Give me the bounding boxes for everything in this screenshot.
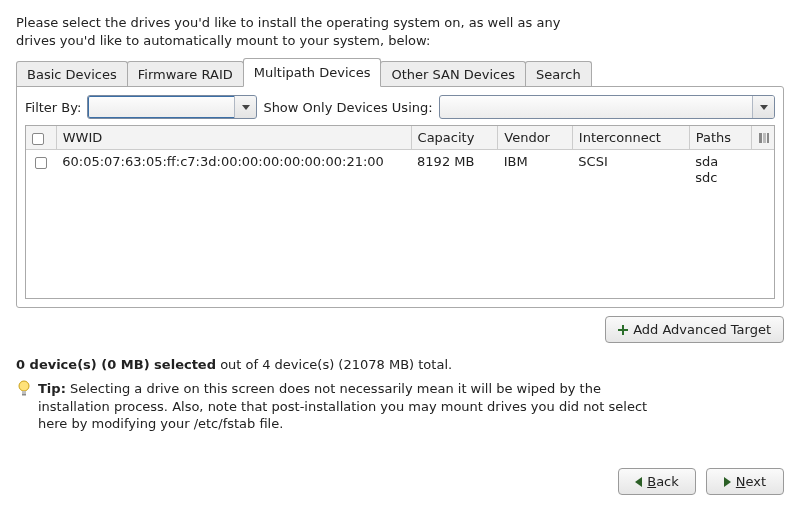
tab-label: Basic Devices bbox=[27, 67, 117, 82]
col-label: Interconnect bbox=[579, 130, 661, 145]
back-button[interactable]: Back bbox=[618, 468, 696, 495]
path-entry: sdc bbox=[695, 170, 717, 185]
lightbulb-icon bbox=[16, 380, 32, 402]
show-only-value[interactable] bbox=[440, 96, 752, 118]
table-actions: Add Advanced Target bbox=[16, 316, 784, 343]
status-bold: 0 device(s) (0 MB) selected bbox=[16, 357, 216, 372]
svg-rect-2 bbox=[767, 133, 769, 143]
cell-capacity: 8192 MB bbox=[411, 150, 498, 191]
cell-interconnect: SCSI bbox=[572, 150, 689, 191]
intro-line-2: drives you'd like to automatically mount… bbox=[16, 33, 430, 48]
col-label: Capacity bbox=[418, 130, 475, 145]
show-only-combo[interactable] bbox=[439, 95, 775, 119]
button-label: Back bbox=[647, 474, 679, 489]
header-vendor[interactable]: Vendor bbox=[498, 126, 573, 150]
device-table: WWID Capacity Vendor Interconnect Paths bbox=[25, 125, 775, 299]
col-label: Paths bbox=[696, 130, 731, 145]
filter-row: Filter By: Show Only Devices Using: bbox=[25, 95, 775, 119]
arrow-left-icon bbox=[635, 477, 642, 487]
arrow-right-icon bbox=[724, 477, 731, 487]
header-configure-columns[interactable] bbox=[752, 126, 774, 150]
path-entry: sda bbox=[695, 154, 718, 169]
tab-label: Other SAN Devices bbox=[391, 67, 515, 82]
button-label: Add Advanced Target bbox=[633, 322, 771, 337]
col-label: WWID bbox=[63, 130, 103, 145]
intro-line-1: Please select the drives you'd like to i… bbox=[16, 15, 560, 30]
next-button[interactable]: Next bbox=[706, 468, 784, 495]
tab-firmware-raid[interactable]: Firmware RAID bbox=[127, 61, 244, 87]
row-checkbox[interactable] bbox=[35, 157, 47, 169]
svg-rect-0 bbox=[759, 133, 762, 143]
cell-vendor: IBM bbox=[498, 150, 573, 191]
svg-point-3 bbox=[19, 381, 29, 391]
tab-pane-multipath: Filter By: Show Only Devices Using: bbox=[16, 86, 784, 308]
plus-icon bbox=[618, 325, 628, 335]
header-wwid[interactable]: WWID bbox=[56, 126, 411, 150]
intro-text: Please select the drives you'd like to i… bbox=[16, 14, 784, 49]
svg-rect-5 bbox=[22, 394, 26, 396]
tab-multipath-devices[interactable]: Multipath Devices bbox=[243, 58, 382, 87]
button-label: Next bbox=[736, 474, 766, 489]
columns-config-icon bbox=[758, 132, 768, 144]
tab-basic-devices[interactable]: Basic Devices bbox=[16, 61, 128, 87]
show-only-label: Show Only Devices Using: bbox=[263, 100, 432, 115]
tab-label: Firmware RAID bbox=[138, 67, 233, 82]
chevron-down-icon[interactable] bbox=[234, 96, 256, 118]
device-tabs: Basic Devices Firmware RAID Multipath De… bbox=[16, 57, 784, 86]
header-capacity[interactable]: Capacity bbox=[411, 126, 498, 150]
wizard-footer: Back Next bbox=[618, 468, 784, 495]
tab-label: Multipath Devices bbox=[254, 65, 371, 80]
chevron-down-icon[interactable] bbox=[752, 96, 774, 118]
installer-storage-page: Please select the drives you'd like to i… bbox=[0, 0, 800, 507]
header-paths[interactable]: Paths bbox=[689, 126, 752, 150]
tip-text: Tip: Selecting a drive on this screen do… bbox=[38, 380, 656, 433]
col-label: Vendor bbox=[504, 130, 550, 145]
table-header: WWID Capacity Vendor Interconnect Paths bbox=[26, 126, 774, 150]
svg-rect-1 bbox=[763, 133, 766, 143]
tab-search[interactable]: Search bbox=[525, 61, 592, 87]
tip: Tip: Selecting a drive on this screen do… bbox=[16, 380, 656, 433]
tip-label: Tip: bbox=[38, 381, 66, 396]
checkbox-icon[interactable] bbox=[32, 133, 44, 145]
filter-by-combo[interactable] bbox=[87, 95, 257, 119]
status-rest: out of 4 device(s) (21078 MB) total. bbox=[216, 357, 452, 372]
cell-paths: sda sdc bbox=[689, 150, 752, 191]
cell-wwid: 60:05:07:63:05:ff:c7:3d:00:00:00:00:00:0… bbox=[56, 150, 411, 191]
header-interconnect[interactable]: Interconnect bbox=[572, 126, 689, 150]
selection-status: 0 device(s) (0 MB) selected out of 4 dev… bbox=[16, 357, 784, 372]
header-select-all[interactable] bbox=[26, 126, 56, 150]
table-body: 60:05:07:63:05:ff:c7:3d:00:00:00:00:00:0… bbox=[26, 150, 774, 191]
tab-other-san-devices[interactable]: Other SAN Devices bbox=[380, 61, 526, 87]
tab-label: Search bbox=[536, 67, 581, 82]
add-advanced-target-button[interactable]: Add Advanced Target bbox=[605, 316, 784, 343]
filter-by-label: Filter By: bbox=[25, 100, 81, 115]
tip-body: Selecting a drive on this screen does no… bbox=[38, 381, 647, 431]
svg-rect-4 bbox=[22, 391, 26, 394]
filter-by-value[interactable] bbox=[88, 96, 234, 118]
table-row[interactable]: 60:05:07:63:05:ff:c7:3d:00:00:00:00:00:0… bbox=[26, 150, 774, 191]
